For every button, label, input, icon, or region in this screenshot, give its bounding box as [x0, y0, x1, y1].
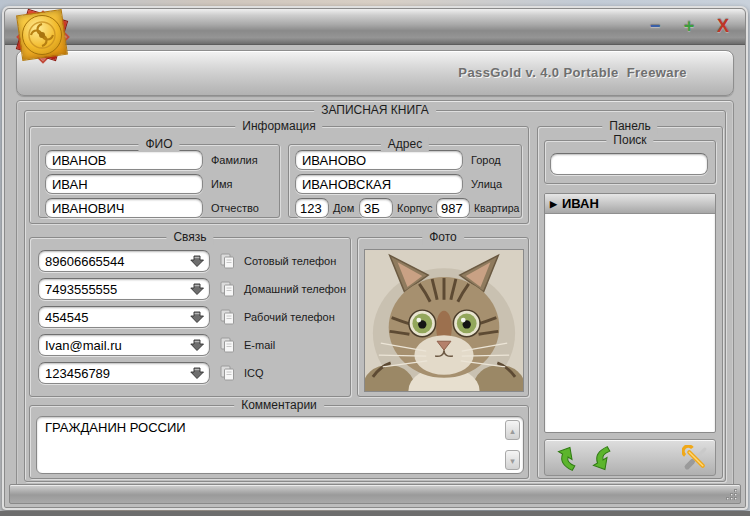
icq-field[interactable] — [38, 362, 210, 384]
resize-grip[interactable] — [724, 487, 738, 501]
icq-combo[interactable] — [38, 362, 210, 384]
cat-photo — [364, 249, 524, 392]
title-bar: − + X — [5, 9, 745, 45]
contact-row-work-phone: Рабочий телефон — [38, 306, 346, 328]
logo-swirl-icon — [23, 16, 61, 54]
photo-group-title: Фото — [422, 230, 464, 245]
house-label: Дом — [333, 198, 354, 218]
status-bar — [9, 484, 741, 504]
email-combo[interactable] — [38, 334, 210, 356]
contacts-group: Связь Сотовый телефон — [29, 237, 351, 397]
window-controls: − + X — [645, 15, 733, 37]
panel-toolbar — [544, 439, 716, 476]
fio-group: ФИО Фамилия Имя Отчество — [38, 144, 280, 218]
search-input[interactable] — [550, 153, 708, 175]
building-field[interactable] — [359, 198, 393, 218]
header-panel: PassGold v. 4.0 Portable Freeware — [16, 50, 734, 96]
email-label: E-mail — [244, 334, 275, 356]
copy-icon[interactable] — [218, 336, 236, 354]
cat-illustration — [365, 250, 523, 391]
scroll-down-button[interactable]: ▾ — [505, 450, 520, 470]
home-phone-label: Домашний телефон — [244, 278, 346, 300]
dropdown-arrow-icon[interactable] — [190, 253, 206, 269]
comments-text: ГРАЖДАНИН РОССИИ — [45, 420, 499, 435]
list-item-ivan[interactable]: ▶ ИВАН — [545, 194, 715, 214]
dropdown-arrow-icon[interactable] — [190, 337, 206, 353]
cell-phone-field[interactable] — [38, 250, 210, 272]
city-label: Город — [471, 150, 501, 170]
desktop-background: − + X PassGold v. 4.0 Portable Freeware … — [0, 0, 750, 516]
contact-row-cell-phone: Сотовый телефон — [38, 250, 346, 272]
patronymic-label: Отчество — [211, 198, 259, 218]
side-panel-group: Панель Поиск ▶ ИВАН — [537, 126, 723, 479]
copy-icon[interactable] — [218, 308, 236, 326]
contacts-list[interactable]: ▶ ИВАН — [544, 193, 716, 433]
info-group: Информация ФИО Фамилия Имя Отчество Адре… — [29, 126, 529, 224]
email-field[interactable] — [38, 334, 210, 356]
city-field[interactable] — [295, 150, 463, 170]
work-phone-field[interactable] — [38, 306, 210, 328]
street-field[interactable] — [295, 174, 463, 194]
list-item-label: ИВАН — [562, 196, 599, 211]
copy-icon[interactable] — [218, 252, 236, 270]
address-group: Адрес Город Улица Дом Корпус Квартира — [288, 144, 522, 218]
building-label: Корпус — [397, 198, 432, 218]
info-group-title: Информация — [235, 119, 322, 134]
search-group: Поиск — [544, 140, 716, 184]
scroll-up-button[interactable]: ▴ — [505, 420, 520, 440]
copy-icon[interactable] — [218, 364, 236, 382]
comments-textarea[interactable]: ГРАЖДАНИН РОССИИ ▴ ▾ — [36, 416, 524, 474]
work-phone-combo[interactable] — [38, 306, 210, 328]
dropdown-arrow-icon[interactable] — [190, 309, 206, 325]
photo-group: Фото — [357, 237, 529, 397]
lastname-label: Фамилия — [211, 150, 258, 170]
app-window: − + X PassGold v. 4.0 Portable Freeware … — [2, 6, 748, 510]
tools-button[interactable] — [682, 445, 709, 472]
logo-coin — [22, 15, 62, 55]
apartment-field[interactable] — [436, 198, 470, 218]
minimize-button[interactable]: − — [645, 15, 665, 37]
home-phone-field[interactable] — [38, 278, 210, 300]
dropdown-arrow-icon[interactable] — [190, 281, 206, 297]
firstname-field[interactable] — [45, 174, 203, 194]
down-arrow-button[interactable] — [587, 445, 614, 472]
contact-row-icq: ICQ — [38, 362, 346, 384]
notebook-group-title: ЗАПИСНАЯ КНИГА — [314, 103, 436, 118]
app-title: PassGold v. 4.0 Portable Freeware — [458, 65, 687, 80]
firstname-label: Имя — [211, 174, 232, 194]
comments-group: Комментарии ГРАЖДАНИН РОССИИ ▴ ▾ — [29, 405, 529, 479]
side-panel-group-title: Панель — [602, 119, 657, 134]
home-phone-combo[interactable] — [38, 278, 210, 300]
apartment-label: Квартира — [474, 198, 519, 218]
maximize-button[interactable]: + — [679, 15, 699, 37]
search-group-title: Поиск — [606, 133, 653, 148]
selected-item-marker-icon: ▶ — [550, 194, 557, 214]
close-button[interactable]: X — [713, 15, 733, 37]
house-field[interactable] — [295, 198, 329, 218]
dropdown-arrow-icon[interactable] — [190, 365, 206, 381]
work-phone-label: Рабочий телефон — [244, 306, 335, 328]
icq-label: ICQ — [244, 362, 264, 384]
address-group-title: Адрес — [381, 137, 429, 152]
main-panel: ЗАПИСНАЯ КНИГА Информация ФИО Фамилия Им… — [16, 100, 734, 490]
bottom-shadow — [0, 511, 750, 516]
contacts-group-title: Связь — [166, 230, 213, 245]
copy-icon[interactable] — [218, 280, 236, 298]
up-arrow-button[interactable] — [552, 445, 579, 472]
patronymic-field[interactable] — [45, 198, 203, 218]
contact-row-home-phone: Домашний телефон — [38, 278, 346, 300]
street-label: Улица — [471, 174, 502, 194]
comments-group-title: Комментарии — [234, 398, 324, 413]
fio-group-title: ФИО — [138, 137, 179, 152]
cell-phone-label: Сотовый телефон — [244, 250, 336, 272]
cell-phone-combo[interactable] — [38, 250, 210, 272]
lastname-field[interactable] — [45, 150, 203, 170]
contact-row-email: E-mail — [38, 334, 346, 356]
notebook-group: ЗАПИСНАЯ КНИГА Информация ФИО Фамилия Им… — [24, 110, 726, 482]
app-logo[interactable] — [8, 0, 78, 84]
